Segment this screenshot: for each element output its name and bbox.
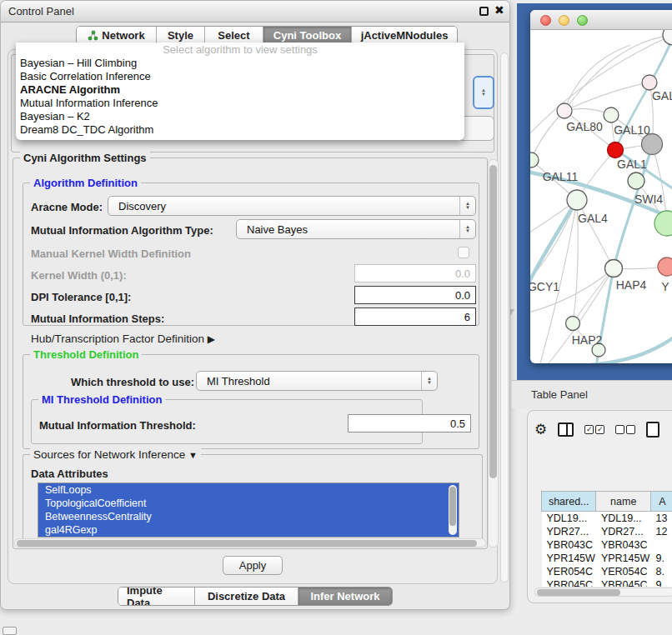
node-label-gal11: GAL11: [543, 170, 579, 183]
table-horizontal-scrollbar[interactable]: [534, 588, 672, 597]
network-node-gal[interactable]: [642, 75, 657, 90]
tab-infer-network[interactable]: Infer Network: [298, 588, 392, 605]
deselect-all-icon[interactable]: [615, 425, 635, 434]
tab-cyni-toolbox[interactable]: Cyni Toolbox: [263, 27, 352, 44]
cell-shared-name[interactable]: YBR045C: [542, 578, 596, 588]
column-header-shared-name[interactable]: shared...: [542, 492, 596, 512]
settings-vertical-scrollbar[interactable]: [488, 159, 499, 548]
close-traffic-light-icon[interactable]: [540, 15, 551, 26]
algorithm-popup: Select algorithm to view settings Bayesi…: [16, 42, 464, 140]
cell-shared-name[interactable]: YBR043C: [542, 538, 596, 552]
node-label-swi4: SWI4: [634, 192, 663, 206]
network-node-salmon[interactable]: [658, 258, 672, 276]
network-node-top[interactable]: [663, 30, 672, 45]
data-attributes-list: SelfLoops TopologicalCoefficient Between…: [38, 482, 459, 538]
cell-shared-name[interactable]: YER054C: [542, 565, 596, 578]
minimize-traffic-light-icon[interactable]: [559, 15, 569, 26]
popup-item-basic-correlation[interactable]: Basic Correlation Inference: [16, 70, 464, 83]
attributes-list-scrollbar[interactable]: [449, 485, 457, 535]
cell-name[interactable]: YPR145W: [596, 552, 651, 565]
network-node-gal80[interactable]: [557, 103, 572, 118]
popup-item-bayesian-hill-climbing[interactable]: Bayesian – Hill Climbing: [16, 57, 464, 70]
tab-network[interactable]: Network: [77, 27, 157, 44]
cell-value[interactable]: 13: [651, 512, 672, 525]
table-row[interactable]: YER054C YER054C 8.: [542, 565, 672, 578]
close-icon[interactable]: ✖: [494, 3, 504, 17]
tab-jactivemnodules[interactable]: jActiveMNodules: [352, 27, 457, 44]
popup-item-mutual-information[interactable]: Mutual Information Inference: [16, 97, 464, 110]
list-item-gal4rgexp[interactable]: gal4RGexp: [38, 523, 459, 537]
mi-type-combo[interactable]: Naive Bayes ▲▼: [236, 219, 476, 239]
network-node-gal1-selected[interactable]: [608, 142, 624, 158]
dpi-tolerance-input[interactable]: [354, 286, 476, 304]
table-row[interactable]: YBR043C YBR043C: [542, 538, 672, 552]
select-all-icon[interactable]: ✓ ✓: [584, 425, 604, 434]
zoom-traffic-light-icon[interactable]: [577, 15, 588, 26]
scrollbar-thumb[interactable]: [537, 589, 620, 596]
cell-name[interactable]: YDR27...: [596, 525, 651, 538]
column-header-name[interactable]: name: [596, 492, 651, 512]
tab-impute-data-label: Impute Data: [127, 587, 186, 606]
sources-group-title[interactable]: Sources for Network Inference ▼: [30, 448, 201, 461]
cell-name[interactable]: YER054C: [596, 565, 651, 578]
tab-style[interactable]: Style: [157, 27, 205, 44]
float-window-icon[interactable]: [479, 7, 489, 16]
cell-value[interactable]: [651, 538, 672, 552]
network-view-window: GAL GAL80 GAL10 GAL11 GAL1 SWI4 GAL4 GCY…: [530, 10, 672, 363]
new-table-icon[interactable]: [646, 422, 659, 438]
scrollbar-thumb[interactable]: [489, 165, 497, 478]
network-node-gray[interactable]: [642, 134, 663, 155]
popup-item-bayesian-k2[interactable]: Bayesian – K2: [16, 110, 464, 123]
scrollbar-thumb[interactable]: [449, 487, 456, 526]
cell-value[interactable]: 12: [651, 525, 672, 538]
cell-value[interactable]: 9.: [651, 552, 672, 565]
cell-name[interactable]: YBR043C: [596, 538, 651, 552]
network-node-hap4[interactable]: [605, 260, 623, 278]
network-node-gal10[interactable]: [604, 108, 619, 122]
popup-item-aracne[interactable]: ARACNE Algorithm: [16, 83, 464, 97]
cell-value[interactable]: 8.: [651, 565, 672, 578]
network-node-big-green[interactable]: [654, 211, 672, 236]
cell-shared-name[interactable]: YPR145W: [542, 552, 596, 565]
aracne-mode-combo[interactable]: Discovery ▲▼: [108, 196, 476, 216]
tab-impute-data[interactable]: Impute Data: [118, 588, 195, 605]
cell-name[interactable]: YDL19...: [596, 512, 651, 525]
column-header-clipped[interactable]: A: [651, 492, 672, 512]
table-row[interactable]: YDR27... YDR27... 12: [542, 525, 672, 538]
network-node-hap2[interactable]: [566, 317, 580, 331]
control-panel-titlebar[interactable]: Control Panel ✖: [1, 1, 509, 22]
scrollbar-thumb[interactable]: [17, 540, 477, 547]
table-panel-header[interactable]: Table Panel: [512, 380, 672, 408]
network-node-gal4[interactable]: [567, 190, 587, 210]
columns-icon[interactable]: [558, 422, 574, 437]
table-row[interactable]: YDL19... YDL19... 13: [542, 512, 672, 525]
gear-icon[interactable]: ⚙: [534, 421, 547, 438]
apply-button[interactable]: Apply: [223, 556, 283, 575]
list-item-selfloops[interactable]: SelfLoops: [38, 483, 459, 497]
cell-value[interactable]: 9.: [651, 578, 672, 588]
mi-threshold-input[interactable]: [348, 414, 471, 432]
dock-panel-button[interactable]: [3, 627, 17, 635]
popup-item-dream8[interactable]: Dream8 DC_TDC Algorithm: [16, 123, 464, 137]
tab-discretize-data[interactable]: Discretize Data: [195, 588, 298, 605]
cell-shared-name[interactable]: YDR27...: [542, 525, 596, 538]
cell-shared-name[interactable]: YDL19...: [542, 512, 596, 525]
hidden-combo-spinner[interactable]: ▲▼: [473, 76, 494, 109]
network-node-swi4[interactable]: [628, 172, 644, 189]
tab-select[interactable]: Select: [205, 27, 263, 44]
kernel-width-input[interactable]: [354, 264, 476, 282]
hub-definition-toggle[interactable]: Hub/Transcription Factor Definition ▶: [31, 332, 215, 345]
cell-name[interactable]: YBR045C: [596, 578, 651, 588]
mi-steps-input[interactable]: [354, 308, 476, 326]
spinner-down-arrow: ▼: [481, 92, 486, 97]
settings-horizontal-scrollbar[interactable]: [14, 538, 486, 548]
list-item-betweennesscentrality[interactable]: BetweennessCentrality: [38, 510, 459, 523]
network-canvas[interactable]: GAL GAL80 GAL10 GAL11 GAL1 SWI4 GAL4 GCY…: [530, 30, 672, 363]
network-window-titlebar[interactable]: [530, 10, 672, 30]
which-threshold-combo[interactable]: MI Threshold ▲▼: [196, 371, 438, 391]
manual-kernel-checkbox[interactable]: [458, 247, 469, 258]
table-row[interactable]: YBR045C YBR045C 9.: [542, 578, 672, 588]
panel-scrollbar-track[interactable]: [500, 52, 509, 582]
table-row[interactable]: YPR145W YPR145W 9.: [542, 552, 672, 565]
list-item-topologicalcoefficient[interactable]: TopologicalCoefficient: [38, 497, 459, 510]
